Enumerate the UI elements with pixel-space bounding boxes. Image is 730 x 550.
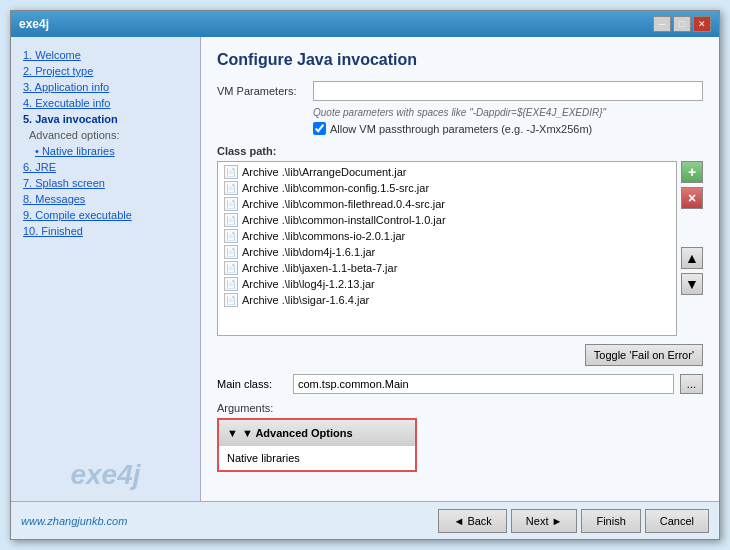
sidebar-item-compile[interactable]: 9. Compile executable: [19, 207, 192, 223]
sidebar-item-messages[interactable]: 8. Messages: [19, 191, 192, 207]
sidebar-item-splash[interactable]: 7. Splash screen: [19, 175, 192, 191]
list-item[interactable]: 📄 Archive .\lib\ArrangeDocument.jar: [220, 164, 674, 180]
vm-params-input[interactable]: [313, 81, 703, 101]
footer: www.zhangjunkb.com ◄ Back Next ► Finish …: [11, 501, 719, 539]
file-icon: 📄: [224, 213, 238, 227]
content-area: Configure Java invocation VM Parameters:…: [201, 37, 719, 501]
watermark-url: www.zhangjunkb.com: [21, 515, 127, 527]
passthrough-row: Allow VM passthrough parameters (e.g. -J…: [313, 122, 703, 135]
move-up-button[interactable]: ▲: [681, 247, 703, 269]
sidebar-item-finished[interactable]: 10. Finished: [19, 223, 192, 239]
passthrough-label: Allow VM passthrough parameters (e.g. -J…: [330, 123, 592, 135]
window-controls: ─ □ ✕: [653, 16, 711, 32]
file-icon: 📄: [224, 197, 238, 211]
page-title: Configure Java invocation: [217, 51, 703, 69]
file-icon: 📄: [224, 165, 238, 179]
title-bar: exe4j ─ □ ✕: [11, 11, 719, 37]
main-layout: 1. Welcome 2. Project type 3. Applicatio…: [11, 37, 719, 501]
classpath-container: 📄 Archive .\lib\ArrangeDocument.jar 📄 Ar…: [217, 161, 703, 336]
window-title: exe4j: [19, 17, 49, 31]
toggle-fail-button[interactable]: Toggle 'Fail on Error': [585, 344, 703, 366]
vm-params-hint: Quote parameters with spaces like "-Dapp…: [313, 107, 703, 118]
file-icon: 📄: [224, 261, 238, 275]
minimize-button[interactable]: ─: [653, 16, 671, 32]
sidebar-watermark: exe4j: [70, 459, 140, 491]
vm-params-label: VM Parameters:: [217, 85, 307, 97]
vm-params-row: VM Parameters:: [217, 81, 703, 101]
arguments-label: Arguments:: [217, 402, 703, 414]
file-icon: 📄: [224, 293, 238, 307]
toggle-btn-row: Toggle 'Fail on Error': [217, 344, 703, 366]
passthrough-checkbox[interactable]: [313, 122, 326, 135]
arguments-section: Arguments: ▼ ▼ Advanced Options Native l…: [217, 402, 703, 472]
main-class-row: Main class: ...: [217, 374, 703, 394]
list-item[interactable]: 📄 Archive .\lib\jaxen-1.1-beta-7.jar: [220, 260, 674, 276]
list-item[interactable]: 📄 Archive .\lib\sigar-1.6.4.jar: [220, 292, 674, 308]
sidebar-item-app-info[interactable]: 3. Application info: [19, 79, 192, 95]
remove-classpath-button[interactable]: ×: [681, 187, 703, 209]
classpath-label: Class path:: [217, 145, 703, 157]
cancel-button[interactable]: Cancel: [645, 509, 709, 533]
close-button[interactable]: ✕: [693, 16, 711, 32]
sidebar-item-welcome[interactable]: 1. Welcome: [19, 47, 192, 63]
sidebar-item-project-type[interactable]: 2. Project type: [19, 63, 192, 79]
file-icon: 📄: [224, 245, 238, 259]
advanced-options-button[interactable]: ▼ ▼ Advanced Options: [219, 420, 415, 446]
list-item[interactable]: 📄 Archive .\lib\dom4j-1.6.1.jar: [220, 244, 674, 260]
sidebar-item-jre[interactable]: 6. JRE: [19, 159, 192, 175]
list-item[interactable]: 📄 Archive .\lib\common-config.1.5-src.ja…: [220, 180, 674, 196]
move-down-button[interactable]: ▼: [681, 273, 703, 295]
sidebar: 1. Welcome 2. Project type 3. Applicatio…: [11, 37, 201, 501]
list-item[interactable]: 📄 Archive .\lib\commons-io-2.0.1.jar: [220, 228, 674, 244]
file-icon: 📄: [224, 277, 238, 291]
classpath-list[interactable]: 📄 Archive .\lib\ArrangeDocument.jar 📄 Ar…: [217, 161, 677, 336]
back-button[interactable]: ◄ Back: [438, 509, 506, 533]
footer-buttons: ◄ Back Next ► Finish Cancel: [438, 509, 709, 533]
classpath-buttons: + × ▲ ▼: [681, 161, 703, 336]
sidebar-item-native-lib[interactable]: • Native libraries: [19, 143, 192, 159]
list-item[interactable]: 📄 Archive .\lib\common-filethread.0.4-sr…: [220, 196, 674, 212]
sidebar-advanced-label: Advanced options:: [19, 127, 192, 143]
file-icon: 📄: [224, 181, 238, 195]
browse-main-class-button[interactable]: ...: [680, 374, 703, 394]
file-icon: 📄: [224, 229, 238, 243]
advanced-panel: ▼ ▼ Advanced Options Native libraries: [217, 418, 417, 472]
main-window: exe4j ─ □ ✕ 1. Welcome 2. Project type 3…: [10, 10, 720, 540]
list-item[interactable]: 📄 Archive .\lib\common-installControl-1.…: [220, 212, 674, 228]
finish-button[interactable]: Finish: [581, 509, 640, 533]
sidebar-item-java-inv[interactable]: 5. Java invocation: [19, 111, 192, 127]
next-button[interactable]: Next ►: [511, 509, 578, 533]
sidebar-item-exe-info[interactable]: 4. Executable info: [19, 95, 192, 111]
add-classpath-button[interactable]: +: [681, 161, 703, 183]
chevron-down-icon: ▼: [227, 427, 238, 439]
list-item[interactable]: 📄 Archive .\lib\log4j-1.2.13.jar: [220, 276, 674, 292]
main-class-label: Main class:: [217, 378, 287, 390]
main-class-input[interactable]: [293, 374, 674, 394]
native-libraries-button[interactable]: Native libraries: [219, 446, 415, 470]
maximize-button[interactable]: □: [673, 16, 691, 32]
